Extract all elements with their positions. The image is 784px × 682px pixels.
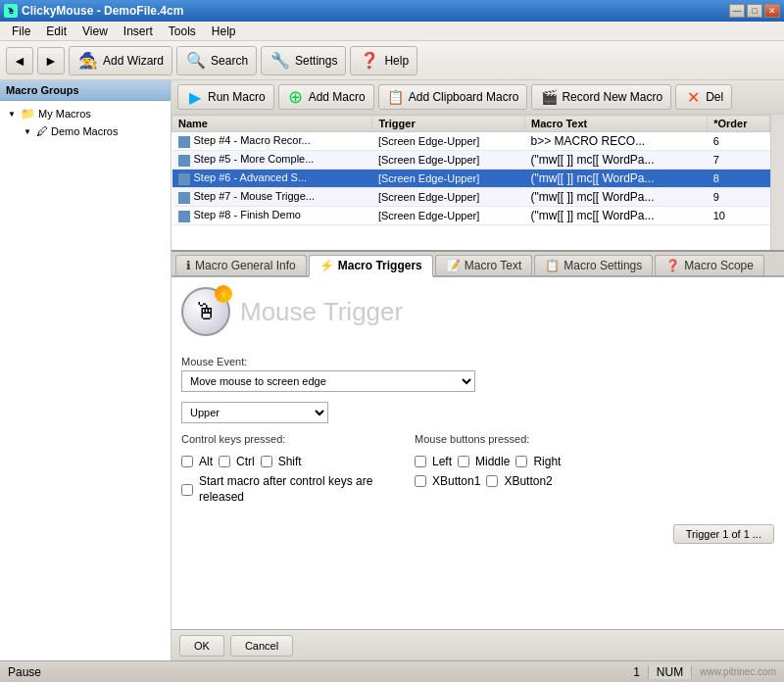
- settings-button[interactable]: 🔧 Settings: [261, 46, 346, 75]
- cancel-button[interactable]: Cancel: [230, 635, 293, 657]
- mouse-buttons-label: Mouse buttons pressed:: [415, 433, 561, 445]
- table-row[interactable]: Step #6 - Advanced S... [Screen Edge-Upp…: [172, 170, 770, 188]
- cell-macrotext: ("mw[[ ]] mc[[ WordPa...: [524, 188, 707, 207]
- record-macro-button[interactable]: 🎬 Record New Macro: [531, 84, 671, 110]
- trigger-counter-row: Trigger 1 of 1 ...: [181, 514, 774, 544]
- start-macro-checkbox[interactable]: [181, 484, 193, 496]
- right-label: Right: [533, 455, 561, 468]
- minimize-button[interactable]: —: [729, 4, 745, 18]
- middle-label: Middle: [475, 455, 510, 468]
- tab-general-info[interactable]: ℹ Macro General Info: [175, 255, 307, 275]
- search-button[interactable]: 🔍 Search: [176, 46, 257, 75]
- xbutton2-checkbox[interactable]: [486, 475, 498, 487]
- title-bar-buttons: — □ ✕: [729, 4, 780, 18]
- cell-macrotext: ("mw[[ ]] mc[[ WordPa...: [524, 207, 707, 225]
- tab-scope[interactable]: ❓ Macro Scope: [655, 255, 764, 275]
- expand-icon: ▼: [8, 110, 18, 119]
- wizard-icon: 🧙: [77, 50, 99, 72]
- mouse-event-select[interactable]: Move mouse to screen edgeClick left butt…: [181, 370, 475, 392]
- add-wizard-button[interactable]: 🧙 Add Wizard: [69, 46, 172, 75]
- cell-macrotext: ("mw[[ ]] mc[[ WordPa...: [524, 151, 707, 170]
- cell-name: Step #6 - Advanced S...: [172, 170, 372, 188]
- edge-select[interactable]: UpperLowerLeftRight: [181, 402, 328, 423]
- col-name: Name: [172, 116, 372, 132]
- menu-insert[interactable]: Insert: [116, 23, 161, 40]
- trigger-title: Mouse Trigger: [240, 297, 403, 327]
- table-row[interactable]: Step #5 - More Comple... [Screen Edge-Up…: [172, 151, 770, 170]
- mouse-event-row: Mouse Event: Move mouse to screen edgeCl…: [181, 356, 774, 392]
- tab-triggers[interactable]: ⚡ Macro Triggers: [309, 255, 433, 277]
- cell-trigger: [Screen Edge-Upper]: [372, 188, 525, 207]
- mouse-buttons-row2: XButton1 XButton2: [415, 474, 561, 488]
- table-row[interactable]: Step #4 - Macro Recor... [Screen Edge-Up…: [172, 132, 770, 151]
- page-number: 1: [633, 665, 640, 679]
- tab-settings[interactable]: 📋 Macro Settings: [534, 255, 653, 275]
- sidebar-header: Macro Groups: [0, 80, 171, 101]
- delete-button[interactable]: ✕ Del: [675, 84, 732, 110]
- middle-checkbox[interactable]: [458, 456, 469, 467]
- xbutton1-checkbox[interactable]: [415, 475, 426, 487]
- cell-order: 7: [708, 151, 770, 170]
- close-button[interactable]: ✕: [764, 4, 780, 18]
- start-macro-row: Start macro after control keys are relea…: [181, 474, 375, 505]
- macrotext-icon: 📝: [446, 259, 461, 272]
- settings-tab-icon: 📋: [545, 259, 560, 272]
- scope-icon: ❓: [665, 259, 680, 272]
- menu-file[interactable]: File: [4, 23, 38, 40]
- clipboard-icon: 📋: [387, 88, 405, 106]
- menu-edit[interactable]: Edit: [38, 23, 74, 40]
- ctrl-label: Ctrl: [236, 455, 255, 468]
- expand-icon-demo: ▼: [24, 127, 33, 136]
- back-button[interactable]: ◄: [6, 47, 33, 74]
- add-clipboard-button[interactable]: 📋 Add Clipboard Macro: [378, 84, 528, 110]
- checkbox-alt-row: Alt Ctrl Shift: [181, 455, 375, 468]
- tree-children: ▼ 🖊 Demo Macros: [20, 122, 167, 140]
- action-toolbar: ▶ Run Macro ⊕ Add Macro 📋 Add Clipboard …: [172, 80, 784, 115]
- mouse-buttons-group: Mouse buttons pressed: Left Middle Right…: [415, 433, 561, 505]
- cell-name: Step #5 - More Comple...: [172, 151, 372, 170]
- cell-trigger: [Screen Edge-Upper]: [372, 132, 525, 151]
- macro-icon: 🖊: [36, 124, 48, 138]
- app-icon: 🖱: [4, 4, 18, 18]
- sidebar-item-demomacros[interactable]: ▼ 🖊 Demo Macros: [20, 122, 167, 140]
- right-checkbox[interactable]: [515, 456, 527, 467]
- table-row[interactable]: Step #7 - Mouse Trigge... [Screen Edge-U…: [172, 188, 770, 207]
- edge-row: UpperLowerLeftRight: [181, 402, 774, 423]
- alt-label: Alt: [199, 455, 213, 468]
- col-trigger: Trigger: [372, 116, 525, 132]
- trigger-icon: 🖱 ⚡: [181, 287, 230, 336]
- search-icon: 🔍: [185, 50, 207, 72]
- run-macro-button[interactable]: ▶ Run Macro: [177, 84, 274, 110]
- left-checkbox[interactable]: [415, 456, 426, 467]
- folder-icon: 📁: [21, 107, 35, 121]
- menu-view[interactable]: View: [74, 23, 116, 40]
- menu-help[interactable]: Help: [204, 23, 244, 40]
- ctrl-checkbox[interactable]: [219, 456, 230, 467]
- forward-button[interactable]: ►: [37, 47, 65, 74]
- add-macro-button[interactable]: ⊕ Add Macro: [278, 84, 374, 110]
- table-row[interactable]: Step #8 - Finish Demo [Screen Edge-Upper…: [172, 207, 770, 225]
- trigger-counter-button[interactable]: Trigger 1 of 1 ...: [673, 524, 774, 544]
- trigger-badge: ⚡: [215, 285, 232, 303]
- alt-checkbox[interactable]: [181, 456, 193, 467]
- menu-tools[interactable]: Tools: [161, 23, 204, 40]
- help-button[interactable]: ❓ Help: [350, 46, 417, 75]
- run-icon: ▶: [186, 88, 204, 106]
- sidebar-item-myroot[interactable]: ▼ 📁 My Macros: [4, 105, 167, 122]
- cell-trigger: [Screen Edge-Upper]: [372, 151, 525, 170]
- tab-content-triggers: 🖱 ⚡ Mouse Trigger Mouse Event: Move mous…: [172, 277, 784, 629]
- ok-button[interactable]: OK: [179, 635, 224, 657]
- scrollbar[interactable]: [770, 115, 784, 250]
- cell-name: Step #7 - Mouse Trigge...: [172, 188, 372, 207]
- shift-checkbox[interactable]: [261, 456, 272, 467]
- watermark: www.pitrinec.com: [700, 666, 776, 677]
- cell-order: 9: [708, 188, 770, 207]
- maximize-button[interactable]: □: [747, 4, 762, 18]
- cell-trigger: [Screen Edge-Upper]: [372, 207, 525, 225]
- tab-macro-text[interactable]: 📝 Macro Text: [435, 255, 532, 275]
- status-bar: Pause 1 NUM www.pitrinec.com: [0, 660, 784, 682]
- xbutton1-label: XButton1: [432, 474, 480, 488]
- mouse-buttons-row1: Left Middle Right: [415, 455, 561, 468]
- start-macro-label: Start macro after control keys are relea…: [199, 474, 375, 505]
- cell-name: Step #8 - Finish Demo: [172, 207, 372, 225]
